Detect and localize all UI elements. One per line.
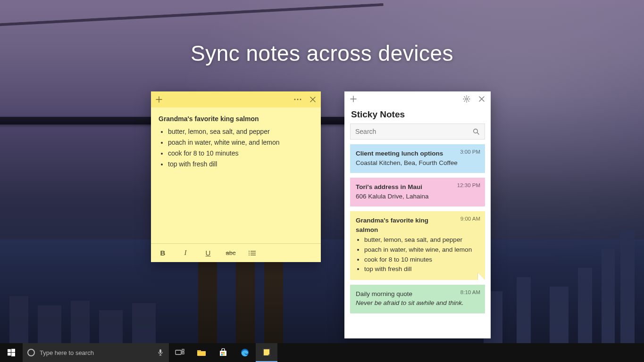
italic-button[interactable]: I — [180, 249, 191, 257]
svg-rect-18 — [182, 352, 184, 354]
svg-rect-14 — [11, 353, 15, 356]
svg-rect-16 — [176, 350, 181, 354]
svg-rect-8 — [251, 255, 256, 255]
svg-point-2 — [300, 99, 301, 100]
svg-point-5 — [249, 253, 250, 254]
more-options-button[interactable] — [293, 95, 302, 104]
underline-button[interactable]: U — [203, 249, 213, 257]
svg-rect-6 — [251, 253, 256, 253]
bold-button[interactable]: B — [158, 249, 168, 257]
settings-button[interactable] — [462, 95, 471, 103]
svg-rect-15 — [159, 349, 161, 353]
notes-list-window[interactable]: Sticky Notes 3:00 PM Client meeting lunc… — [344, 91, 491, 338]
note-card-subtitle: Coastal Kitchen, Bea, Fourth Coffee — [356, 158, 479, 168]
svg-rect-23 — [221, 354, 223, 355]
note-card[interactable]: 9:00 AM Grandma's favorite king salmon b… — [350, 211, 485, 280]
file-explorer-app[interactable] — [191, 343, 212, 362]
svg-point-9 — [466, 98, 468, 100]
search-icon — [473, 128, 480, 135]
note-card[interactable]: 12:30 PM Tori's address in Maui 606 Kalu… — [350, 178, 485, 206]
note-card-list-item: butter, lemon, sea salt, and pepper — [364, 235, 479, 245]
note-editor-window[interactable]: Grandma's favorite king salmon butter, l… — [151, 91, 321, 262]
taskbar[interactable]: Type here to search — [0, 343, 644, 362]
app-title: Sticky Notes — [344, 107, 491, 123]
note-list-item[interactable]: poach in water, white wine, and lemon — [168, 138, 313, 148]
taskbar-search-placeholder: Type here to search — [40, 349, 153, 356]
strikethrough-button[interactable]: abc — [226, 249, 236, 256]
note-card-subtitle: 606 Kalula Drive, Lahaina — [356, 192, 479, 201]
note-card-list-item: cook for 8 to 10 minutes — [364, 255, 479, 264]
notes-card-list[interactable]: 3:00 PM Client meeting lunch options Coa… — [344, 144, 491, 338]
svg-rect-11 — [8, 349, 11, 352]
note-list-item[interactable]: butter, lemon, sea salt, and pepper — [168, 127, 313, 137]
note-time: 3:00 PM — [460, 148, 480, 156]
svg-rect-22 — [223, 352, 225, 354]
microphone-icon[interactable] — [158, 349, 164, 356]
note-list-item[interactable]: top with fresh dill — [168, 159, 313, 169]
note-format-toolbar: B I U abc — [151, 243, 321, 262]
svg-rect-13 — [8, 353, 11, 355]
cortana-icon — [27, 349, 35, 356]
close-window-button[interactable] — [477, 95, 486, 103]
svg-point-3 — [249, 251, 250, 252]
svg-rect-4 — [251, 251, 256, 251]
search-box[interactable] — [350, 123, 485, 140]
new-note-button[interactable] — [155, 95, 163, 104]
svg-rect-21 — [221, 352, 223, 354]
svg-rect-19 — [197, 350, 201, 352]
note-card-list: butter, lemon, sea salt, and pepper poac… — [356, 235, 479, 273]
headline-text: Sync notes across devices — [0, 41, 644, 66]
svg-point-7 — [249, 255, 250, 255]
search-input[interactable] — [355, 128, 473, 135]
note-title[interactable]: Grandma's favorite king salmon — [159, 114, 313, 124]
note-time: 9:00 AM — [460, 215, 480, 223]
taskbar-search[interactable]: Type here to search — [23, 343, 169, 362]
note-card-list-item: top with fresh dill — [364, 264, 479, 274]
desktop: Sync notes across devices Grandma's favo… — [0, 0, 644, 362]
note-card[interactable]: 3:00 PM Client meeting lunch options Coa… — [350, 144, 485, 173]
note-time: 8:10 AM — [460, 288, 480, 296]
page-fold-icon — [477, 272, 485, 280]
microsoft-store-app[interactable] — [212, 343, 234, 362]
note-card[interactable]: 8:10 AM Daily morning quote Never be afr… — [350, 285, 485, 313]
close-note-button[interactable] — [309, 95, 317, 104]
sticky-notes-app[interactable] — [256, 343, 277, 362]
svg-rect-17 — [182, 349, 184, 351]
svg-point-0 — [294, 99, 296, 100]
svg-rect-24 — [223, 354, 225, 355]
note-titlebar[interactable] — [151, 91, 321, 107]
note-card-list-item: poach in water, white wine, and lemon — [364, 245, 479, 255]
task-view-button[interactable] — [169, 343, 191, 362]
new-note-button[interactable] — [349, 95, 358, 103]
note-card-subtitle: Never be afraid to sit awhile and think. — [356, 298, 479, 308]
note-body[interactable]: Grandma's favorite king salmon butter, l… — [151, 107, 321, 243]
start-button[interactable] — [0, 343, 23, 362]
note-time: 12:30 PM — [457, 181, 480, 189]
notes-list-titlebar[interactable] — [344, 91, 491, 107]
note-list[interactable]: butter, lemon, sea salt, and pepper poac… — [159, 127, 313, 169]
svg-rect-12 — [11, 349, 15, 352]
wallpaper-skyline-left — [0, 258, 198, 343]
edge-browser-app[interactable] — [234, 343, 256, 362]
bullet-list-button[interactable] — [248, 250, 259, 256]
note-list-item[interactable]: cook for 8 to 10 minutes — [168, 148, 313, 158]
svg-point-1 — [297, 99, 299, 100]
